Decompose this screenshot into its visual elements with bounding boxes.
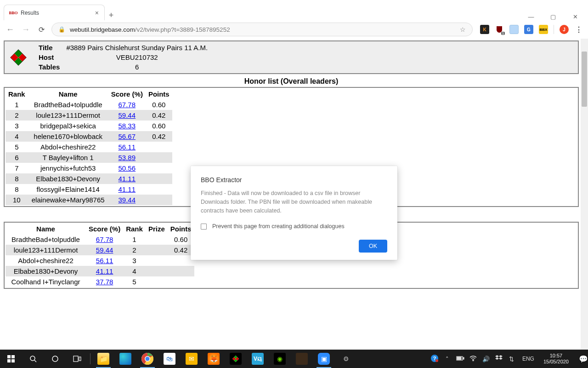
tray-language[interactable]: ENG bbox=[520, 356, 536, 362]
honor-cell-name: loule123+111Dermot bbox=[28, 110, 108, 121]
score-link[interactable]: 67.78 bbox=[119, 101, 136, 109]
score-link[interactable]: 50.56 bbox=[119, 164, 136, 172]
honor-cell-points bbox=[146, 184, 172, 195]
tray-battery-icon[interactable] bbox=[456, 356, 464, 362]
extension-google-translate-icon[interactable]: G bbox=[524, 25, 533, 34]
taskbar-app-mail[interactable]: ✉ bbox=[181, 350, 203, 368]
ns-th-prize: Prize bbox=[146, 224, 168, 234]
honor-cell-rank: 2 bbox=[6, 110, 28, 121]
honor-cell-rank: 8 bbox=[6, 173, 28, 184]
reload-button[interactable]: ⟳ bbox=[36, 25, 47, 34]
score-link[interactable]: 56.67 bbox=[119, 132, 136, 140]
honor-row: 5Abdol+cheshire2256.11 bbox=[6, 142, 172, 152]
score-link[interactable]: 59.44 bbox=[96, 246, 113, 254]
ns-cell-rank: 5 bbox=[123, 276, 146, 287]
taskbar-app-store[interactable]: 🛍 bbox=[158, 350, 181, 368]
forward-button[interactable]: → bbox=[20, 25, 31, 34]
taskbar-app-bridge[interactable] bbox=[225, 350, 247, 368]
svg-marker-30 bbox=[499, 355, 503, 357]
vertical-scrollbar[interactable] bbox=[581, 39, 588, 350]
svg-rect-27 bbox=[457, 357, 461, 360]
score-link[interactable]: 53.89 bbox=[119, 154, 136, 161]
score-link[interactable]: 39.44 bbox=[119, 196, 136, 204]
meta-title-label: Title bbox=[36, 43, 62, 52]
honor-th-rank: Rank bbox=[6, 89, 28, 99]
profile-avatar[interactable]: J bbox=[560, 25, 569, 34]
score-link[interactable]: 37.78 bbox=[96, 278, 113, 286]
prevent-checkbox[interactable] bbox=[201, 224, 207, 230]
taskbar-app-vs[interactable]: Vୟ bbox=[247, 350, 269, 368]
ns-th-rank: Rank bbox=[123, 224, 146, 234]
score-link[interactable]: 41.11 bbox=[119, 185, 136, 193]
honor-row: 7jennychis+futch5350.56 bbox=[6, 163, 172, 173]
task-view-icon[interactable] bbox=[66, 350, 88, 368]
taskbar-app-settings[interactable]: ⚙ bbox=[335, 350, 357, 368]
ns-cell-points bbox=[168, 255, 194, 266]
ns-th-points: Points bbox=[168, 224, 194, 234]
tray-clock[interactable]: 10:57 15/05/2020 bbox=[541, 353, 571, 364]
extension-weather-icon[interactable] bbox=[509, 25, 519, 34]
tray-volume-icon[interactable]: 🔊 bbox=[482, 356, 490, 362]
chrome-menu-icon[interactable]: ⋮ bbox=[574, 25, 583, 34]
omnibox[interactable]: 🔒 webutil.bridgebase.com/v2/tview.php?t=… bbox=[51, 23, 473, 36]
taskbar-app-generic[interactable] bbox=[291, 350, 313, 368]
honor-cell-rank: 6 bbox=[6, 152, 28, 163]
tray-help-icon[interactable]: ? bbox=[430, 354, 439, 364]
taskbar-app-zoom[interactable]: ▣ bbox=[313, 350, 335, 368]
taskbar-app-edge[interactable] bbox=[114, 350, 136, 368]
tray-chevron-up-icon[interactable]: ˄ bbox=[443, 356, 452, 362]
score-link[interactable]: 56.11 bbox=[119, 143, 136, 151]
cortana-icon[interactable] bbox=[44, 350, 66, 368]
tray-notifications-icon[interactable]: 💬 bbox=[576, 355, 585, 363]
taskbar-app-explorer[interactable]: 📁 bbox=[92, 350, 114, 368]
tray-sync-icon[interactable]: ⇅ bbox=[508, 356, 516, 362]
scrollbar-thumb[interactable] bbox=[582, 52, 587, 107]
ns-row: Elbabe1830+Devony41.114 bbox=[6, 266, 194, 276]
bookmark-star-icon[interactable]: ☆ bbox=[460, 26, 466, 33]
honor-cell-score: 39.44 bbox=[108, 195, 146, 205]
score-link[interactable]: 41.11 bbox=[96, 267, 113, 275]
dialog-ok-button[interactable]: OK bbox=[359, 240, 387, 253]
honor-cell-points: 0.60 bbox=[146, 99, 172, 110]
tournament-header: Title #3889 Pairs Chislehurst Sunday Pai… bbox=[4, 40, 579, 74]
back-button[interactable]: ← bbox=[5, 25, 16, 34]
taskbar-app-firefox[interactable]: 🦊 bbox=[203, 350, 225, 368]
extension-bbx-icon[interactable]: BBX bbox=[539, 25, 548, 34]
taskbar-app-chrome[interactable] bbox=[136, 350, 158, 368]
ns-cell-rank: 1 bbox=[123, 234, 146, 245]
extension-ublock-icon[interactable]: 1 bbox=[495, 25, 504, 34]
honor-cell-points: 0.42 bbox=[146, 131, 172, 142]
score-link[interactable]: 56.11 bbox=[96, 257, 113, 264]
ns-cell-points bbox=[168, 276, 194, 287]
window-maximize-icon[interactable]: ▢ bbox=[548, 13, 559, 20]
ns-row: loule123+111Dermot59.4420.42 bbox=[6, 245, 194, 255]
start-button[interactable] bbox=[0, 350, 22, 368]
window-minimize-icon[interactable]: — bbox=[526, 13, 537, 20]
ns-cell-name: Elbabe1830+Devony bbox=[6, 266, 86, 276]
extensions-row: K 1 G BBX J ⋮ bbox=[477, 25, 583, 34]
new-tab-button[interactable]: + bbox=[105, 11, 118, 20]
score-link[interactable]: 41.11 bbox=[119, 175, 136, 183]
score-link[interactable]: 59.44 bbox=[119, 111, 136, 119]
window-close-icon[interactable]: ✕ bbox=[570, 13, 581, 20]
tab-close-icon[interactable]: × bbox=[95, 9, 99, 17]
score-link[interactable]: 67.78 bbox=[96, 236, 113, 243]
search-icon[interactable] bbox=[22, 350, 44, 368]
score-link[interactable]: 58.33 bbox=[119, 122, 136, 130]
meta-host-value: VEBU210732 bbox=[63, 53, 210, 62]
ns-cell-points: 0.42 bbox=[168, 245, 194, 255]
tournament-meta-table: Title #3889 Pairs Chislehurst Sunday Pai… bbox=[35, 42, 211, 72]
browser-tab[interactable]: BBO Results × bbox=[4, 5, 105, 20]
svg-rect-12 bbox=[74, 356, 78, 362]
dialog-prevent-row[interactable]: Prevent this page from creating addition… bbox=[201, 223, 387, 230]
svg-rect-8 bbox=[11, 359, 15, 362]
tray-dropbox-icon[interactable] bbox=[495, 355, 503, 363]
taskbar-app-spiral[interactable]: ◉ bbox=[269, 350, 291, 368]
tray-wifi-icon[interactable] bbox=[469, 356, 477, 362]
svg-point-24 bbox=[435, 359, 438, 362]
ns-cell-name: BradtheBad+tolpuddle bbox=[6, 234, 86, 245]
honor-cell-score: 58.33 bbox=[108, 121, 146, 131]
extension-k-icon[interactable]: K bbox=[480, 25, 489, 34]
svg-point-16 bbox=[146, 357, 150, 361]
honor-cell-name: Elbabe1830+Devony bbox=[28, 173, 108, 184]
